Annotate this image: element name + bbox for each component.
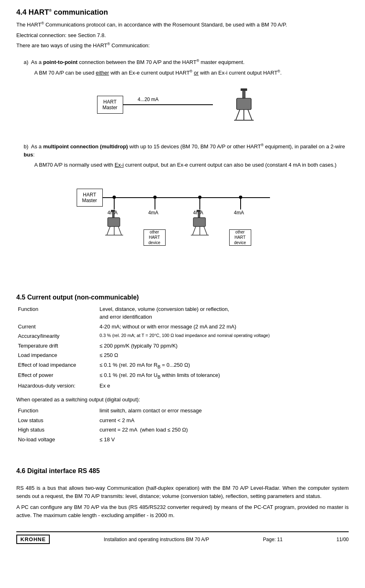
svg-line-4 (248, 110, 252, 120)
item-b: b) As a multipoint connection (multidrop… (24, 143, 349, 169)
spec-table-45: Function Level, distance, volume (conver… (16, 304, 349, 391)
spec-row-function: Function Level, distance, volume (conver… (16, 304, 349, 322)
spec-row-temp: Temperature drift ≤ 200 ppm/K (typically… (16, 341, 349, 351)
para-46-1: RS 485 is a bus that allows two-way Comm… (16, 484, 349, 500)
current-label-a: 4...20 mA (138, 97, 159, 102)
footer-page: Page: 11 (263, 537, 283, 542)
bm70-drop-2 (190, 210, 210, 240)
svg-rect-9 (108, 218, 120, 227)
svg-rect-2 (237, 98, 251, 110)
other-box-2: otherHARTdevice (229, 229, 251, 246)
spec-row-current: Current 4-20 mA; without or with error m… (16, 322, 349, 332)
heading-44: 4.4 HART® communication (16, 8, 349, 17)
svg-line-10 (107, 227, 110, 235)
svg-rect-0 (241, 88, 247, 91)
svg-rect-7 (111, 210, 115, 212)
footer-version: 11/00 (336, 537, 349, 542)
svg-rect-14 (197, 210, 201, 212)
svg-line-18 (204, 227, 207, 235)
main-line-b (103, 197, 270, 198)
spec-row-load: Load impedance ≤ 250 Ω (16, 350, 349, 360)
svg-line-17 (192, 227, 196, 235)
footer-text: Installation and operating instructions … (104, 537, 209, 542)
svg-rect-16 (193, 218, 206, 227)
krohne-logo: KROHNE (16, 535, 50, 544)
svg-line-3 (236, 110, 240, 120)
svg-line-11 (118, 227, 122, 235)
spec-table-switching: Function limit switch, alarm contact or … (16, 406, 349, 444)
heading-45: 4.5 Current output (non-communicable) (16, 294, 349, 301)
label-4ma-2: 4mA (148, 210, 159, 216)
hart-master-box-a: HARTMaster (97, 96, 123, 114)
spec-row-high-status: High status current = 22 mA (when load ≤… (16, 425, 349, 435)
other-box-1: otherHARTdevice (144, 229, 166, 246)
diagram-a: HARTMaster 4...20 mA (16, 84, 349, 129)
drop-4 (240, 197, 241, 209)
section-44: 4.4 HART® communication The HART® Commun… (16, 8, 349, 262)
spec-row-hazardous: Hazardous-duty version: Ex e (16, 381, 349, 391)
footer: KROHNE Installation and operating instru… (16, 531, 349, 544)
label-4ma-4: 4mA (234, 210, 244, 216)
para-2: Electrical connection: see Section 7.8. (16, 31, 349, 40)
para-3: There are two ways of using the HART® Co… (16, 42, 349, 50)
bm70-device-a (232, 88, 256, 121)
para-1: The HART® Communications protocol can, i… (16, 21, 349, 29)
drop-3 (199, 197, 200, 209)
line-a (123, 104, 213, 105)
diagram-b: HARTMaster 4mA (16, 176, 349, 262)
hart-master-box-b: HARTMaster (77, 189, 103, 207)
spec-row-effect-load: Effect of load impedance ≤ 0.1 % (rel. 2… (16, 360, 349, 371)
svg-rect-15 (198, 212, 200, 218)
svg-rect-1 (242, 91, 246, 98)
spec-row-sw-function: Function limit switch, alarm contact or … (16, 406, 349, 416)
section-46: 4.6 Digital interface RS 485 RS 485 is a… (16, 467, 349, 519)
spec-row-no-load: No-load voltage ≤ 18 V (16, 435, 349, 445)
spec-row-low-status: Low status current < 2 mA (16, 416, 349, 425)
para-46-2: A PC can configure any BM 70 A/P via the… (16, 503, 349, 519)
drop-2 (155, 197, 155, 209)
drop-1 (114, 197, 115, 209)
spec-row-effect-power: Effect of power ≤ 0.1 % (rel. 20 mA for … (16, 370, 349, 381)
bm70-drop-1 (104, 210, 124, 240)
spec-row-accuracy: Accuracy/linearity 0.3 % (rel. 20 mA; at… (16, 331, 349, 341)
heading-46: 4.6 Digital interface RS 485 (16, 467, 349, 475)
section-45: 4.5 Current output (non-communicable) Fu… (16, 294, 349, 445)
switching-para: When operated as a switching output (dig… (16, 396, 349, 404)
item-a: a) As a point-to-point connection betwee… (24, 58, 349, 77)
svg-rect-8 (112, 212, 115, 218)
